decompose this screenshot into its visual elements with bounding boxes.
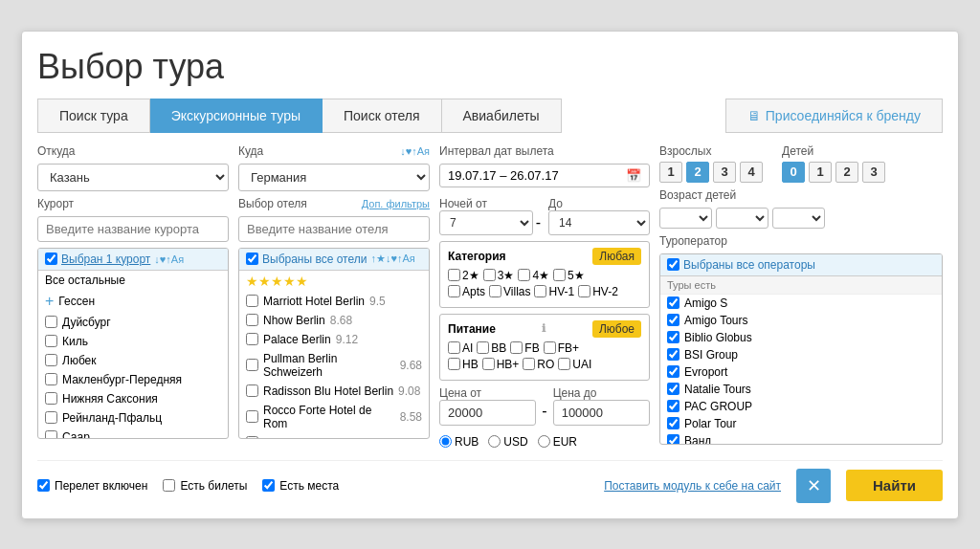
cat-5star[interactable]: 5★ <box>553 269 585 282</box>
list-item[interactable]: Palace Berlin 9.12 <box>239 330 429 349</box>
tab-flights[interactable]: Авиабилеты <box>442 99 562 133</box>
hotel-item-checkbox[interactable] <box>246 384 258 397</box>
has-tickets-check[interactable]: Есть билеты <box>163 479 247 493</box>
hotel-item-checkbox[interactable] <box>246 333 258 345</box>
child-age-1[interactable] <box>659 208 712 229</box>
cat-villas[interactable]: Villas <box>489 285 530 298</box>
resort-item-checkbox[interactable] <box>45 373 57 385</box>
from-select[interactable]: Казань <box>37 164 229 191</box>
list-item[interactable]: Marriott Hotel Berlin 9.5 <box>239 292 429 311</box>
operator-item-checkbox[interactable] <box>667 434 679 445</box>
list-item[interactable]: Рейнланд-Пфальц <box>38 408 228 428</box>
category-any-button[interactable]: Любая <box>592 248 641 265</box>
price-from-input[interactable] <box>439 400 536 426</box>
hotel-sort-icons[interactable]: ↑★↓♥↑Ая <box>370 253 414 265</box>
resort-item-checkbox[interactable] <box>45 316 57 328</box>
list-item[interactable]: Biblio Globus <box>660 329 942 346</box>
price-to-input[interactable] <box>553 400 650 426</box>
hotel-item-checkbox[interactable] <box>246 436 258 439</box>
tab-hotel-search[interactable]: Поиск отеля <box>323 99 442 133</box>
date-input-wrap[interactable]: 19.07.17 – 26.07.17 📅 <box>439 164 650 187</box>
child-age-3[interactable] <box>772 208 825 229</box>
resort-item-checkbox[interactable] <box>45 411 57 424</box>
food-any-button[interactable]: Любое <box>592 320 641 338</box>
list-item[interactable]: Evroport <box>660 363 942 381</box>
operator-item-checkbox[interactable] <box>667 383 679 395</box>
list-item[interactable]: BSI Group <box>660 346 942 363</box>
adults-val-2[interactable]: 2 <box>686 162 709 183</box>
calendar-icon[interactable]: 📅 <box>626 168 641 183</box>
adults-val-4[interactable]: 4 <box>740 162 763 183</box>
food-ai[interactable]: AI <box>448 341 473 355</box>
nights-to-select[interactable]: 14 <box>548 210 650 235</box>
currency-rub[interactable]: RUB <box>439 435 479 449</box>
food-hbplus[interactable]: HB+ <box>482 358 520 371</box>
operator-item-checkbox[interactable] <box>667 296 679 309</box>
list-item[interactable]: Pullman Berlin Schweizerh 9.68 <box>239 349 429 382</box>
list-item[interactable]: Radisson Blu Hotel Berlin 9.08 <box>239 382 429 401</box>
list-item[interactable]: Polar Tour <box>660 415 942 432</box>
operator-item-checkbox[interactable] <box>667 417 679 429</box>
resort-item-checkbox[interactable] <box>45 354 57 366</box>
children-val-3[interactable]: 3 <box>862 162 885 183</box>
list-item[interactable]: PAC GROUP <box>660 398 942 415</box>
flight-included-checkbox[interactable] <box>37 479 50 492</box>
list-item[interactable]: Ванд <box>660 432 942 445</box>
has-seats-check[interactable]: Есть места <box>262 479 339 493</box>
hotel-item-checkbox[interactable] <box>246 314 258 326</box>
search-button[interactable]: Найти <box>846 470 943 501</box>
food-fb[interactable]: FB <box>510 341 539 355</box>
children-val-0[interactable]: 0 <box>782 162 805 183</box>
list-item[interactable]: Саар <box>38 428 228 439</box>
hotel-item-checkbox[interactable] <box>246 295 258 307</box>
hotel-item-checkbox[interactable] <box>246 359 258 371</box>
nights-from-select[interactable]: 7 <box>439 210 533 235</box>
list-item[interactable]: Дуйсбург <box>38 313 228 332</box>
tab-brand[interactable]: 🖥 Присоединяйся к бренду <box>725 99 943 133</box>
cat-4star[interactable]: 4★ <box>518 269 549 282</box>
food-info-icon[interactable]: ℹ <box>542 322 546 335</box>
food-uai[interactable]: UAI <box>558 358 591 371</box>
resort-item-checkbox[interactable] <box>45 430 57 439</box>
list-item[interactable]: Amigo S <box>660 295 942 312</box>
module-link[interactable]: Поставить модуль к себе на сайт <box>604 479 781 493</box>
to-sort-icons[interactable]: ↓♥↑Ая <box>400 145 430 157</box>
list-item[interactable]: Amigo Tours <box>660 312 942 329</box>
close-button[interactable]: ✕ <box>796 469 831 503</box>
children-val-2[interactable]: 2 <box>835 162 858 183</box>
resort-select-all-checkbox[interactable] <box>45 253 57 265</box>
flight-included-check[interactable]: Перелет включен <box>37 479 147 493</box>
operator-item-checkbox[interactable] <box>667 400 679 412</box>
list-item[interactable]: Nhow Berlin 8.68 <box>239 311 429 330</box>
operator-item-checkbox[interactable] <box>667 348 679 361</box>
resort-add-item[interactable]: + Гессен <box>38 290 228 313</box>
has-tickets-checkbox[interactable] <box>163 479 175 492</box>
hotel-item-checkbox[interactable] <box>246 410 258 423</box>
currency-usd[interactable]: USD <box>488 435 527 449</box>
list-item[interactable]: Макленбург-Передняя <box>38 370 228 389</box>
adults-val-3[interactable]: 3 <box>713 162 736 183</box>
food-ro[interactable]: RO <box>523 358 554 371</box>
cat-2star[interactable]: 2★ <box>448 269 479 282</box>
currency-eur[interactable]: EUR <box>538 435 577 449</box>
tab-search-tour[interactable]: Поиск тура <box>37 99 150 133</box>
resort-input[interactable] <box>37 216 229 242</box>
cat-apts[interactable]: Apts <box>448 285 485 298</box>
list-item[interactable]: Rocco Forte Hotel de Rom 8.58 <box>239 401 429 433</box>
has-seats-checkbox[interactable] <box>262 479 275 492</box>
hotel-select-all-checkbox[interactable] <box>246 253 258 265</box>
resort-selected-label[interactable]: Выбран 1 курорт <box>61 253 150 266</box>
cat-3star[interactable]: 3★ <box>483 269 515 282</box>
list-item[interactable]: Schlosshotel im Grunewal 9.4 <box>239 433 429 439</box>
resort-all-item[interactable]: Все остальные <box>38 271 228 290</box>
operator-item-checkbox[interactable] <box>667 365 679 378</box>
list-item[interactable]: Киль <box>38 332 228 351</box>
children-val-1[interactable]: 1 <box>809 162 832 183</box>
tab-excursions[interactable]: Экскурсионные туры <box>150 99 323 133</box>
list-item[interactable]: Нижняя Саксония <box>38 389 228 408</box>
adults-val-1[interactable]: 1 <box>659 162 682 183</box>
hotel-filter-link[interactable]: Доп. фильтры <box>362 198 430 209</box>
food-hb[interactable]: HB <box>448 358 479 371</box>
resort-sort-icons[interactable]: ↓♥↑Ая <box>154 253 184 265</box>
resort-item-checkbox[interactable] <box>45 392 57 405</box>
